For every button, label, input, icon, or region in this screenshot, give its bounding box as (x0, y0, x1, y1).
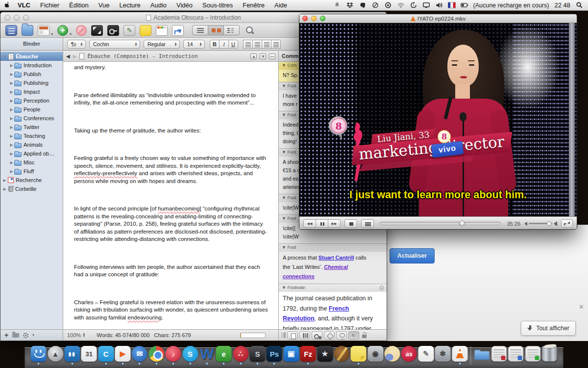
align-left-button[interactable] (243, 40, 253, 49)
lock-icon[interactable] (361, 331, 368, 340)
binder-item-publish[interactable]: ▶Publish (0, 70, 63, 79)
update-button[interactable]: Actualiser (390, 248, 435, 263)
dock-item-itunes[interactable]: ♪ (165, 346, 181, 365)
binder-item-corbeille[interactable]: ▶Corbeille (0, 184, 63, 193)
volume-slider[interactable] (529, 223, 552, 224)
binder-item-appliedob[interactable]: ▶Applied ob… (0, 149, 63, 158)
menu-item-aide[interactable]: Aide (270, 1, 292, 9)
menu-item-lecture[interactable]: Lecture (114, 1, 145, 9)
next-document-icon[interactable] (260, 53, 266, 59)
inline-link[interactable]: Chemical (324, 264, 348, 270)
compile-icon[interactable] (172, 25, 184, 36)
dock-item-minimized-window-2[interactable] (508, 346, 523, 365)
card-header[interactable]: ▼ Footnote:✕ (279, 284, 387, 292)
editor-header-title[interactable]: Ébauche (Composite) - Introduction (87, 53, 247, 59)
binder-item-teaching[interactable]: ▶Teaching (0, 131, 63, 140)
keyboard-layout-french-flag-icon[interactable] (448, 1, 456, 9)
fast-forward-button[interactable]: ▶▶ (328, 219, 341, 228)
dock-item-imovie[interactable]: ★ (317, 346, 333, 365)
inspector-card-footnote[interactable]: ▼ FootA process that Stuart Cantrill cal… (279, 244, 387, 284)
menu-item-vue[interactable]: Vue (94, 1, 115, 9)
forward-arrow-icon[interactable]: ▶ (73, 53, 77, 59)
volume-control[interactable] (524, 221, 557, 226)
dock-item-trash[interactable] (541, 346, 557, 365)
dock-item-vlc[interactable] (452, 346, 467, 365)
vlc-window[interactable]: IYATO ep0224.mkv (299, 14, 577, 230)
no-entry-icon[interactable] (76, 25, 87, 36)
evernote-icon[interactable] (359, 1, 367, 9)
disclosure-triangle-icon[interactable]: ▼ (2, 54, 7, 59)
inline-link[interactable]: connections (283, 273, 315, 279)
align-center-button[interactable] (252, 40, 262, 49)
disclosure-triangle-icon[interactable]: ▶ (9, 81, 14, 85)
dock-item-skype[interactable]: S (182, 346, 198, 365)
font-variant-dropdown[interactable]: Regular▲▼ (144, 40, 180, 49)
seek-slider[interactable] (380, 222, 501, 225)
dock-item-thunderbird[interactable]: ✉ (132, 346, 147, 365)
split-editor-icon[interactable] (269, 53, 275, 59)
disclosure-triangle-icon[interactable]: ▶ (2, 178, 7, 183)
inspector-icon[interactable] (156, 25, 168, 36)
close-icon[interactable]: ✕ (379, 286, 384, 290)
dock-item-photoshop[interactable]: Ps (267, 346, 282, 365)
inspector-card-selected[interactable]: ▼ Footnote:✕The journal ceased publicati… (279, 284, 387, 329)
comment-icon[interactable] (140, 25, 151, 36)
inline-link[interactable]: Revolution (283, 315, 315, 322)
disclosure-triangle-icon[interactable]: ▶ (9, 63, 14, 68)
dock-item-trello[interactable]: ▮▮ (64, 346, 80, 365)
menu-app-name[interactable]: VLC (13, 0, 35, 11)
notification-bell-icon[interactable] (333, 1, 342, 9)
dropbox-icon[interactable] (346, 1, 354, 9)
dock-item-minimized-window-3[interactable] (525, 346, 540, 365)
bold-button[interactable]: B (210, 40, 220, 49)
search-icon[interactable] (244, 25, 256, 36)
dock-item-evernote[interactable]: e (216, 346, 232, 365)
binder-item-animals[interactable]: ▶Animals (0, 140, 63, 149)
dock-item-finder[interactable] (30, 346, 46, 365)
binder-item-introduction[interactable]: ▶Introduction (0, 61, 63, 70)
stop-button[interactable] (344, 219, 357, 228)
dock-item-launchpad[interactable]: ▲ (48, 346, 63, 365)
menu-item-soustitres[interactable]: Sous-titres (197, 1, 238, 9)
seek-slider-thumb[interactable] (459, 220, 466, 227)
card-body[interactable]: A process that Stuart Cantrill callsthe … (279, 252, 387, 284)
stamp-icon[interactable] (336, 331, 347, 340)
add-item-icon[interactable] (57, 25, 68, 36)
fullscreen-button[interactable] (561, 219, 573, 228)
previous-document-icon[interactable] (250, 53, 257, 59)
dock-item-lastfm[interactable]: as (401, 346, 417, 365)
paragraph-style-dropdown[interactable]: ¶a▲▼ (67, 40, 86, 49)
align-right-button[interactable] (262, 40, 271, 49)
dock-item-mendeley[interactable]: ∴ (233, 346, 248, 365)
dock-item-calendar[interactable]: 31 (81, 346, 97, 365)
inline-link[interactable]: Stuart Cantrill (318, 255, 354, 261)
folder-icon[interactable] (22, 25, 33, 36)
video-display[interactable]: 8 Liu Jiani, 33 marketing director 8 viv… (299, 23, 577, 216)
dock-item-minimized-window-1[interactable] (491, 346, 507, 365)
font-family-dropdown[interactable]: Cochin▲▼ (89, 40, 140, 49)
disclosure-triangle-icon[interactable]: ▶ (9, 99, 14, 103)
dock-item-arrow-app[interactable]: ▶ (115, 346, 130, 365)
disclosure-triangle-icon[interactable]: ▶ (9, 116, 14, 121)
menu-item-audio[interactable]: Audio (146, 1, 172, 9)
spotlight-search-icon[interactable] (575, 1, 583, 9)
dock-item-downloads-folder[interactable] (474, 346, 490, 365)
font-size-dropdown[interactable]: 14▲▼ (183, 40, 205, 49)
binder-item-recherche[interactable]: ▶Recherche (0, 176, 63, 184)
show-all-notification-button[interactable]: Tout afficher (521, 321, 576, 336)
dock-item-textedit[interactable]: ✎ (418, 346, 434, 365)
volume-icon[interactable] (435, 1, 443, 9)
underline-button[interactable]: U (228, 40, 238, 49)
binder-item-people[interactable]: ▶People (0, 105, 63, 114)
menu-item-vido[interactable]: Vidéo (172, 1, 197, 9)
vlc-title-bar[interactable]: IYATO ep0224.mkv (299, 14, 577, 23)
disclosure-triangle-icon[interactable]: ▶ (9, 72, 14, 77)
binder-item-misc[interactable]: ▶Misc (0, 158, 63, 167)
editor-text-area[interactable]: and mystery.Parse defined illimitability… (63, 62, 278, 329)
menu-item-dition[interactable]: Édition (64, 1, 94, 9)
dock-item-chrome[interactable] (148, 346, 164, 365)
time-machine-icon[interactable] (410, 1, 418, 9)
dock-item-moon-app[interactable] (384, 346, 400, 365)
inline-link[interactable]: French (329, 305, 349, 312)
binder-item-fluff[interactable]: ▶Fluff (0, 167, 63, 176)
